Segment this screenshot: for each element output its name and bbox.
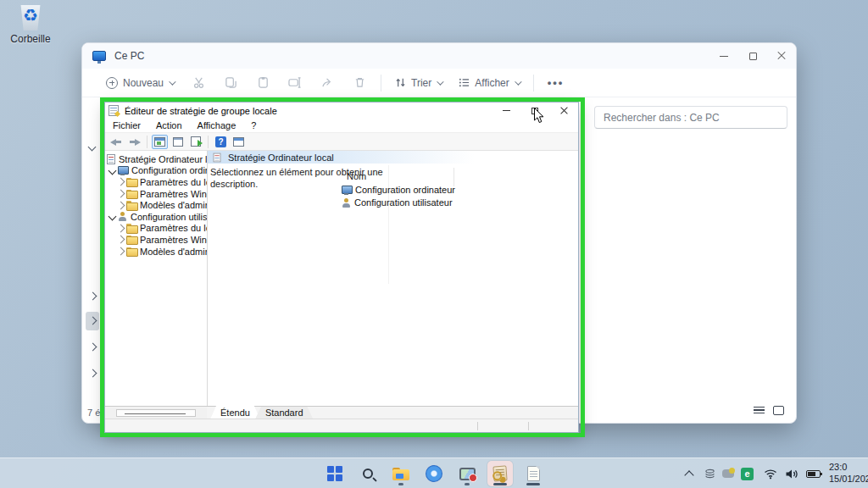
close-icon	[560, 107, 568, 114]
utility-tray-icon[interactable]	[722, 469, 734, 478]
active-app-indicator	[526, 483, 540, 485]
battery-icon[interactable]	[806, 470, 821, 478]
nav-expander-icon[interactable]	[89, 292, 97, 301]
gpedit-titlebar[interactable]: Éditeur de stratégie de groupe locale	[105, 103, 578, 119]
forward-button[interactable]	[128, 137, 141, 147]
tree-item-computer-config[interactable]: Configuration ordina	[105, 165, 207, 177]
menu-help[interactable]: ?	[243, 120, 264, 130]
taskbar-gpedit-button[interactable]	[487, 461, 513, 486]
sort-button[interactable]: Trier	[388, 77, 448, 89]
folder-icon	[392, 468, 409, 480]
taskbar-mmc-console-button[interactable]	[520, 461, 546, 486]
active-app-indicator	[493, 483, 507, 485]
menu-view[interactable]: Affichage	[190, 120, 244, 130]
green-e-tray-icon[interactable]: e	[741, 468, 754, 480]
tree-item-label: Paramètres Wind	[140, 235, 207, 245]
menu-file[interactable]: Fichier	[105, 120, 148, 130]
copy-icon	[225, 76, 237, 89]
more-options-button[interactable]: •••	[541, 76, 571, 89]
column-header-name[interactable]: Nom	[347, 171, 366, 181]
nav-expander-icon[interactable]	[88, 143, 97, 152]
nav-expander-icon[interactable]	[89, 369, 97, 378]
new-window-button[interactable]	[231, 135, 247, 149]
recycle-bin-shortcut[interactable]: Corbeille	[8, 5, 53, 45]
nav-expander-icon[interactable]	[89, 343, 97, 352]
tray-overflow-button[interactable]	[686, 470, 693, 477]
clock-time: 23:0	[829, 462, 868, 474]
open-app-indicator	[465, 483, 470, 485]
taskbar-search-button[interactable]	[355, 461, 381, 486]
back-button[interactable]	[110, 137, 123, 147]
wifi-icon[interactable]	[764, 469, 777, 480]
statusbar-divider	[528, 422, 529, 430]
chevron-down-icon[interactable]	[108, 166, 117, 175]
explorer-close-button[interactable]	[767, 43, 796, 69]
cut-button[interactable]	[184, 76, 213, 89]
menu-action[interactable]: Action	[148, 120, 190, 130]
tab-extended[interactable]: Étendu	[210, 406, 260, 419]
chevron-right-icon[interactable]	[117, 224, 125, 232]
icons-view-button[interactable]	[773, 406, 784, 415]
volume-icon[interactable]	[785, 469, 798, 480]
list-item-user-config[interactable]: Configuration utilisateur	[342, 197, 453, 208]
gpedit-app-icon	[108, 105, 119, 116]
toolbar-divider	[147, 136, 147, 148]
list-item-computer-config[interactable]: Configuration ordinateur	[342, 185, 455, 195]
export-list-button[interactable]	[187, 135, 203, 149]
search-input[interactable]: Rechercher dans : Ce PC	[594, 106, 787, 129]
chevron-right-icon[interactable]	[117, 190, 125, 198]
taskbar-file-explorer-button[interactable]	[388, 461, 414, 486]
tree-item-software-settings[interactable]: Paramètres du lo	[105, 176, 207, 188]
toolbar-divider	[381, 75, 381, 92]
details-view-button[interactable]	[754, 407, 765, 415]
minimize-icon	[720, 56, 728, 57]
properties-button[interactable]	[170, 135, 186, 149]
tree-item-admin-templates[interactable]: Modèles d'admin	[105, 199, 207, 211]
ellipsis-icon: •••	[548, 76, 565, 89]
open-app-indicator	[398, 483, 403, 485]
console-tree-icon	[154, 137, 165, 147]
explorer-minimize-button[interactable]	[709, 43, 738, 69]
show-console-tree-button[interactable]	[152, 135, 168, 149]
layers-tray-icon[interactable]	[704, 469, 715, 480]
computer-icon	[342, 186, 352, 194]
share-button[interactable]	[313, 76, 342, 89]
help-button[interactable]	[213, 135, 229, 149]
tree-item-root[interactable]: Stratégie Ordinateur loca	[105, 153, 207, 165]
taskbar-screen-recorder-button[interactable]	[454, 461, 480, 486]
tree-item-label: Stratégie Ordinateur loca	[119, 154, 207, 164]
chevron-right-icon[interactable]	[117, 201, 125, 209]
explorer-titlebar[interactable]: Ce PC	[82, 43, 796, 69]
new-button[interactable]: Nouveau	[99, 77, 181, 89]
gpedit-close-button[interactable]	[549, 103, 578, 119]
tree-item-user-config[interactable]: Configuration utilisa	[105, 211, 207, 223]
start-button[interactable]	[322, 461, 348, 486]
gpedit-tree-pane: Stratégie Ordinateur loca Configuration …	[105, 151, 208, 406]
copy-button[interactable]	[216, 76, 245, 89]
chevron-down-icon[interactable]	[108, 213, 117, 221]
gpedit-minimize-button[interactable]	[492, 103, 520, 119]
delete-button[interactable]	[345, 76, 374, 89]
gpedit-window: Éditeur de stratégie de groupe locale Fi…	[104, 102, 579, 433]
mouse-cursor	[533, 107, 545, 128]
tree-item-windows-settings[interactable]: Paramètres Wind	[105, 188, 207, 200]
taskbar-browser-button[interactable]	[421, 461, 447, 486]
tree-item-label: Configuration utilisa	[131, 212, 207, 222]
new-button-label: Nouveau	[123, 77, 164, 89]
chevron-right-icon[interactable]	[117, 178, 125, 186]
chevron-right-icon[interactable]	[117, 247, 125, 256]
close-icon	[777, 52, 786, 60]
tree-item-software-settings[interactable]: Paramètres du lo	[105, 223, 207, 235]
maximize-icon	[749, 53, 757, 60]
taskbar-clock[interactable]: 23:0 15/01/202	[829, 462, 868, 485]
tree-item-admin-templates[interactable]: Modèles d'admin	[105, 246, 207, 258]
paste-button[interactable]	[248, 76, 277, 89]
chevron-right-icon[interactable]	[117, 236, 125, 244]
tree-item-windows-settings[interactable]: Paramètres Wind	[105, 234, 207, 246]
explorer-maximize-button[interactable]	[738, 43, 767, 69]
tree-horizontal-scrollbar[interactable]	[106, 408, 207, 419]
status-items-count: 7 é	[87, 408, 100, 418]
view-button[interactable]: Afficher	[452, 77, 526, 89]
tab-standard[interactable]: Standard	[255, 407, 314, 419]
rename-button[interactable]	[281, 76, 309, 89]
